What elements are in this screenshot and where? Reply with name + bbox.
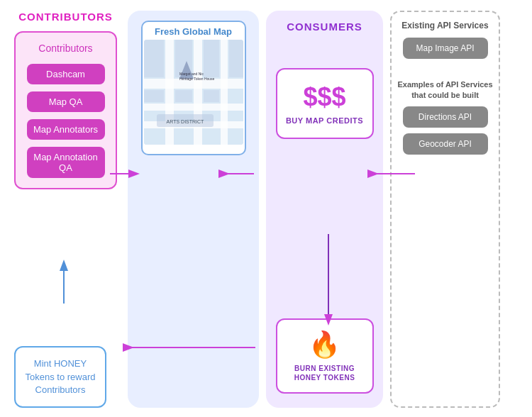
map-annotators-item: Map Annotators (27, 119, 105, 140)
api-column: Existing API Services Map Image API Exam… (390, 11, 500, 408)
svg-rect-12 (175, 90, 192, 102)
svg-rect-7 (144, 40, 164, 77)
contributors-box-title: Contributors (38, 43, 92, 54)
contributors-box: Contributors Dashcam Map QA Map Annotato… (14, 31, 117, 189)
dashcam-item: Dashcam (27, 64, 105, 84)
svg-rect-5 (194, 40, 202, 145)
contributors-column: CONTRIBUTORS Contributors Dashcam Map QA… (7, 11, 124, 408)
map-annotation-qa-item: Map Annotation QA (27, 147, 105, 178)
map-svg: ARTS DISTRICT Margot and Nic Héritage To… (144, 40, 243, 145)
burn-icon: 🔥 (309, 330, 340, 360)
burn-box: 🔥 BURN EXISTING HONEY TOKENS (276, 318, 374, 394)
directions-api-button[interactable]: Directions API (403, 106, 488, 128)
consumers-column: CONSUMERS $$$ BUY MAP CREDITS 🔥 BURN EXI… (266, 11, 383, 408)
buy-credits-box: $$$ BUY MAP CREDITS (276, 68, 374, 139)
geocoder-api-button[interactable]: Geocoder API (403, 133, 488, 155)
consumers-header: CONSUMERS (287, 21, 362, 33)
map-card: Fresh Global Map (141, 21, 246, 155)
svg-rect-10 (229, 40, 243, 77)
svg-rect-11 (144, 90, 164, 102)
existing-api-title: Existing API Services (401, 21, 488, 32)
mint-box: Mint HONEY Tokens to reward Contributors (14, 346, 106, 408)
center-column: Fresh Global Map (128, 11, 259, 408)
svg-rect-13 (204, 90, 219, 102)
map-qa-item: Map QA (27, 91, 105, 112)
contributors-header: CONTRIBUTORS (18, 11, 113, 23)
svg-rect-4 (165, 40, 174, 145)
svg-text:Héritage Token House: Héritage Token House (179, 77, 215, 81)
dollar-sign: $$$ (303, 82, 345, 112)
svg-text:ARTS DISTRICT: ARTS DISTRICT (166, 119, 204, 124)
api-examples-title: Examples of API Services that could be b… (397, 79, 493, 101)
burn-label: BURN EXISTING HONEY TOKENS (284, 364, 365, 382)
svg-rect-6 (221, 40, 228, 145)
api-divider (399, 72, 492, 72)
map-visual: ARTS DISTRICT Margot and Nic Héritage To… (144, 40, 243, 145)
buy-credits-label: BUY MAP CREDITS (286, 116, 363, 125)
mint-box-text: Mint HONEY Tokens to reward Contributors (23, 357, 98, 396)
svg-rect-9 (204, 40, 219, 77)
map-card-title: Fresh Global Map (155, 22, 232, 40)
map-image-api-button[interactable]: Map Image API (403, 38, 488, 59)
svg-text:Margot and Nic: Margot and Nic (179, 72, 204, 76)
main-container: CONTRIBUTORS Contributors Dashcam Map QA… (0, 0, 532, 417)
